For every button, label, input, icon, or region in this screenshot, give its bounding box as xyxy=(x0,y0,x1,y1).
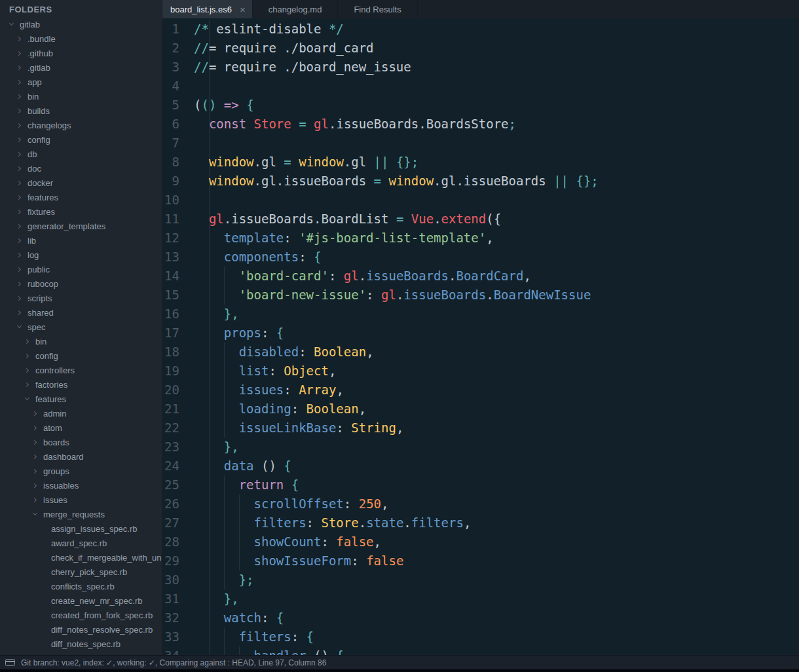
code-line-27[interactable]: 27 filters: Store.state.filters, xyxy=(162,513,799,532)
folder-item-groups[interactable]: groups xyxy=(0,464,162,478)
folder-item-bin[interactable]: bin xyxy=(0,89,162,103)
folder-item-merge-requests[interactable]: merge_requests xyxy=(0,507,162,521)
console-panel-icon[interactable] xyxy=(5,659,15,666)
folder-item-lib[interactable]: lib xyxy=(0,233,162,248)
code-line-34[interactable]: 34 handler () { xyxy=(162,646,799,655)
file-item-create-new-mr-spec-rb[interactable]: create_new_mr_spec.rb xyxy=(0,593,162,608)
folder-item-config[interactable]: config xyxy=(0,132,162,147)
folder-item-docker[interactable]: docker xyxy=(0,176,162,190)
code-line-29[interactable]: 29 showIssueForm: false xyxy=(162,551,799,570)
code-line-32[interactable]: 32 watch: { xyxy=(162,608,799,627)
folder-item-issues[interactable]: issues xyxy=(0,493,162,507)
folder-item-shared[interactable]: shared xyxy=(0,305,162,320)
folder-item-rubocop[interactable]: rubocop xyxy=(0,276,162,291)
code-line-1[interactable]: 1/* eslint-disable */ xyxy=(162,20,799,39)
code-line-12[interactable]: 12 template: '#js-board-list-template', xyxy=(162,229,799,248)
code-line-23[interactable]: 23 }, xyxy=(162,438,799,457)
line-number: 5 xyxy=(162,96,194,115)
code-line-30[interactable]: 30 }; xyxy=(162,570,799,589)
file-item-check-if-mergeable-with-unreso[interactable]: check_if_mergeable_with_unreso xyxy=(0,550,162,565)
code-line-25[interactable]: 25 return { xyxy=(162,476,799,495)
code-line-16[interactable]: 16 }, xyxy=(162,305,799,324)
code-text: filters: { xyxy=(194,627,799,646)
code-line-21[interactable]: 21 loading: Boolean, xyxy=(162,400,799,419)
code-line-8[interactable]: 8 window.gl = window.gl || {}; xyxy=(162,153,799,172)
code-line-17[interactable]: 17 props: { xyxy=(162,324,799,343)
folder-item-controllers[interactable]: controllers xyxy=(0,363,162,377)
code-line-22[interactable]: 22 issueLinkBase: String, xyxy=(162,419,799,438)
folder-item-db[interactable]: db xyxy=(0,147,162,161)
code-line-20[interactable]: 20 issues: Array, xyxy=(162,381,799,400)
tab-find-results[interactable]: Find Results xyxy=(338,0,417,18)
folder-item-fixtures[interactable]: fixtures xyxy=(0,204,162,219)
tree-item-label: log xyxy=(28,250,39,260)
tab-changelog-md[interactable]: changelog.md xyxy=(253,0,339,18)
code-line-9[interactable]: 9 window.gl.issueBoards = window.gl.issu… xyxy=(162,172,799,191)
code-line-31[interactable]: 31 }, xyxy=(162,589,799,608)
line-number: 8 xyxy=(162,153,194,172)
code-line-33[interactable]: 33 filters: { xyxy=(162,627,799,646)
chevron-down-icon xyxy=(14,322,24,331)
code-line-24[interactable]: 24 data () { xyxy=(162,457,799,476)
folder-item-bin[interactable]: bin xyxy=(0,334,162,348)
code-line-2[interactable]: 2//= require ./board_card xyxy=(162,39,799,58)
chevron-right-icon xyxy=(30,409,39,418)
folder-item-gitlab[interactable]: .gitlab xyxy=(0,60,162,75)
status-text: Git branch: vue2, index: ✓, working: ✓, … xyxy=(21,658,326,667)
code-line-3[interactable]: 3//= require ./board_new_issue xyxy=(162,58,799,77)
code-line-26[interactable]: 26 scrollOffset: 250, xyxy=(162,495,799,513)
file-item-diff-notes-spec-rb[interactable]: diff_notes_spec.rb xyxy=(0,637,162,651)
chevron-right-icon xyxy=(14,77,24,86)
folder-item-log[interactable]: log xyxy=(0,248,162,262)
folder-item-app[interactable]: app xyxy=(0,75,162,89)
chevron-right-icon xyxy=(30,466,39,476)
tab-board-list-js-es6[interactable]: board_list.js.es6× xyxy=(162,0,253,18)
folder-item-public[interactable]: public xyxy=(0,262,162,276)
code-line-19[interactable]: 19 list: Object, xyxy=(162,362,799,381)
code-line-6[interactable]: 6 const Store = gl.issueBoards.BoardsSto… xyxy=(162,115,799,134)
file-item-conflicts-spec-rb[interactable]: conflicts_spec.rb xyxy=(0,579,162,593)
code-line-18[interactable]: 18 disabled: Boolean, xyxy=(162,343,799,362)
code-line-15[interactable]: 15 'board-new-issue': gl.issueBoards.Boa… xyxy=(162,286,799,305)
folder-item-gitlab[interactable]: gitlab xyxy=(0,17,162,31)
folder-item-admin[interactable]: admin xyxy=(0,406,162,420)
code-line-14[interactable]: 14 'board-card': gl.issueBoards.BoardCar… xyxy=(162,267,799,286)
code-text: issues: Array, xyxy=(194,381,799,400)
folder-item-doc[interactable]: doc xyxy=(0,161,162,176)
folder-item-factories[interactable]: factories xyxy=(0,377,162,392)
file-item-created-from-fork-spec-rb[interactable]: created_from_fork_spec.rb xyxy=(0,608,162,622)
code-text: window.gl = window.gl || {}; xyxy=(194,153,799,172)
file-item-assign-issues-spec-rb[interactable]: assign_issues_spec.rb xyxy=(0,521,162,536)
code-line-4[interactable]: 4 xyxy=(162,77,799,96)
close-icon[interactable]: × xyxy=(240,5,246,14)
file-item-diff-notes-resolve-spec-rb[interactable]: diff_notes_resolve_spec.rb xyxy=(0,622,162,637)
folder-item-config[interactable]: config xyxy=(0,348,162,363)
folder-item-spec[interactable]: spec xyxy=(0,320,162,334)
folder-item-bundle[interactable]: .bundle xyxy=(0,31,162,46)
folder-item-issuables[interactable]: issuables xyxy=(0,478,162,493)
code-line-13[interactable]: 13 components: { xyxy=(162,248,799,267)
file-item-award-spec-rb[interactable]: award_spec.rb xyxy=(0,536,162,550)
main-row: FOLDERS gitlab.bundle.github.gitlabappbi… xyxy=(0,0,799,655)
code-line-11[interactable]: 11 gl.issueBoards.BoardList = Vue.extend… xyxy=(162,210,799,229)
folder-item-scripts[interactable]: scripts xyxy=(0,291,162,305)
code-line-10[interactable]: 10 xyxy=(162,191,799,210)
code-line-5[interactable]: 5(() => { xyxy=(162,96,799,115)
folder-item-generator-templates[interactable]: generator_templates xyxy=(0,219,162,233)
folder-item-dashboard[interactable]: dashboard xyxy=(0,449,162,464)
code-text: scrollOffset: 250, xyxy=(194,495,799,513)
code-line-7[interactable]: 7 xyxy=(162,134,799,153)
folder-item-boards[interactable]: boards xyxy=(0,435,162,449)
folder-item-changelogs[interactable]: changelogs xyxy=(0,118,162,132)
tree-item-label: gitlab xyxy=(20,20,40,29)
code-line-28[interactable]: 28 showCount: false, xyxy=(162,532,799,551)
folder-item-builds[interactable]: builds xyxy=(0,103,162,118)
tree-item-label: dashboard xyxy=(43,452,83,462)
folder-item-features[interactable]: features xyxy=(0,392,162,406)
folder-item-features[interactable]: features xyxy=(0,190,162,204)
folder-item-atom[interactable]: atom xyxy=(0,420,162,435)
folder-item-github[interactable]: .github xyxy=(0,46,162,60)
code-editor[interactable]: 1/* eslint-disable */2//= require ./boar… xyxy=(162,18,799,655)
sidebar[interactable]: FOLDERS gitlab.bundle.github.gitlabappbi… xyxy=(0,0,162,655)
file-item-cherry-pick-spec-rb[interactable]: cherry_pick_spec.rb xyxy=(0,565,162,579)
